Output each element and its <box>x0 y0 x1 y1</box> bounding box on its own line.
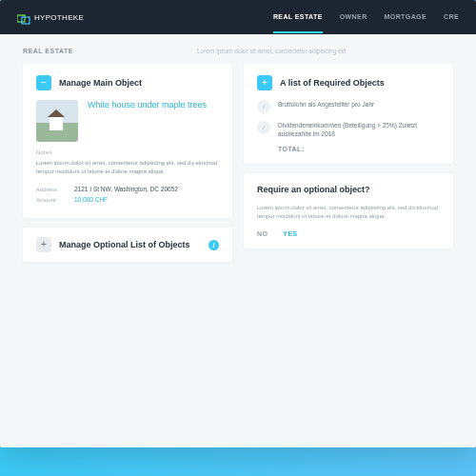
sub-header: REAL ESTATE Lorem ipsum dolor sit amet, … <box>0 34 476 64</box>
required-item[interactable]: i Dividendeneinkommen (Beteiligung > 25%… <box>257 121 440 138</box>
yes-button[interactable]: YES <box>283 230 297 237</box>
amount-label: Amount <box>36 197 65 203</box>
prompt-desc: Lorem ipsum dolor sit amet, consectetur … <box>257 204 440 221</box>
info-bullet-icon: i <box>257 121 270 134</box>
info-bullet-icon: i <box>257 100 270 113</box>
nav-mortgage[interactable]: MORTGAGE <box>385 13 426 22</box>
notes-text: Lorem ipsum dolor sit amet, consectetur … <box>36 159 219 176</box>
address-value: 2121 I St NW, Washington, DC 20052 <box>74 186 178 192</box>
nav-owner[interactable]: OWNER <box>340 13 367 22</box>
svg-rect-0 <box>17 15 25 22</box>
add-button[interactable]: + <box>257 75 272 90</box>
brand-name: HYPOTHEKE <box>34 13 84 22</box>
object-row: White house under maple trees <box>36 100 219 142</box>
page-subtitle: Lorem ipsum dolor sit amet, consectetur … <box>197 48 453 54</box>
total-label: TOTAL: <box>278 146 440 152</box>
address-label: Address <box>36 187 65 192</box>
required-item-text: Bruttolohn als Angestellter pro Jahr <box>278 100 374 109</box>
info-icon[interactable]: i <box>208 240 219 250</box>
optional-list-card: + Manage Optional List of Objects i <box>23 228 232 262</box>
card-header: + Manage Optional List of Objects i <box>36 237 219 252</box>
card-header: + A list of Required Objects <box>257 75 440 90</box>
collapse-button[interactable]: − <box>36 75 51 90</box>
nav-real-estate[interactable]: REAL ESTATE <box>273 13 323 22</box>
expand-button[interactable]: + <box>36 237 51 252</box>
nav-items: REAL ESTATE OWNER MORTGAGE CRE <box>273 13 459 22</box>
card-title: A list of Required Objects <box>280 78 385 88</box>
notes-label: Notes <box>36 149 219 155</box>
top-nav: HYPOTHEKE REAL ESTATE OWNER MORTGAGE CRE <box>0 0 476 34</box>
property-thumbnail[interactable] <box>36 100 78 142</box>
required-item-text: Dividendeneinkommen (Beteiligung > 25%) … <box>278 121 440 138</box>
brand-logo[interactable]: HYPOTHEKE <box>17 11 84 23</box>
amount-value: 10,000 CHF <box>74 196 108 203</box>
amount-row: Amount 10,000 CHF <box>36 196 219 203</box>
card-title: Manage Main Object <box>59 78 142 88</box>
optional-prompt-card: Require an optional object? Lorem ipsum … <box>244 173 453 248</box>
object-title-link[interactable]: White house under maple trees <box>88 100 207 142</box>
page-title: REAL ESTATE <box>23 48 73 54</box>
no-button[interactable]: NO <box>257 230 268 237</box>
yes-no-row: NO YES <box>257 230 440 237</box>
required-objects-card: + A list of Required Objects i Bruttoloh… <box>244 64 453 164</box>
right-column: + A list of Required Objects i Bruttoloh… <box>244 64 453 262</box>
content-grid: − Manage Main Object White house under m… <box>0 64 476 281</box>
logo-mark-icon <box>17 11 30 23</box>
required-item[interactable]: i Bruttolohn als Angestellter pro Jahr <box>257 100 440 113</box>
card-header: − Manage Main Object <box>36 75 219 90</box>
left-column: − Manage Main Object White house under m… <box>23 64 232 262</box>
card-title: Manage Optional List of Objects <box>59 240 190 249</box>
address-row: Address 2121 I St NW, Washington, DC 200… <box>36 186 219 192</box>
prompt-title: Require an optional object? <box>257 185 440 194</box>
app-window: HYPOTHEKE REAL ESTATE OWNER MORTGAGE CRE… <box>0 0 476 447</box>
svg-rect-1 <box>22 17 30 24</box>
nav-create[interactable]: CRE <box>444 13 459 22</box>
main-object-card: − Manage Main Object White house under m… <box>23 64 232 218</box>
